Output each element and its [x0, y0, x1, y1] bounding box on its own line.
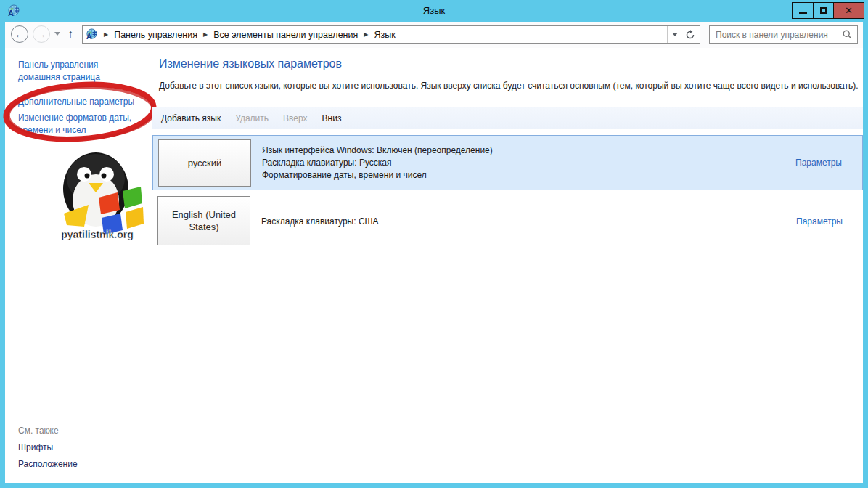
address-dropdown-chevron-icon[interactable]: [672, 33, 678, 36]
language-breadcrumb-icon: A: [86, 28, 98, 41]
language-tile-english: English (United States): [157, 196, 250, 245]
address-bar[interactable]: A ▶ Панель управления ▶ Все элементы пан…: [82, 25, 700, 44]
breadcrumb-all-items[interactable]: Все элементы панели управления: [213, 30, 358, 40]
navigation-bar: ← → ↑ A ▶ Панель управления ▶ Все элемен…: [5, 22, 863, 48]
language-details: Раскладка клавиатуры: США: [261, 195, 379, 248]
svg-text:A: A: [86, 33, 92, 41]
search-icon[interactable]: [843, 30, 852, 39]
minimize-button[interactable]: [792, 2, 814, 19]
window-controls: ✕: [793, 2, 864, 19]
title-bar: A Язык ✕: [0, 0, 868, 22]
penguin-windows-logo: pyatilistnik.org: [55, 147, 144, 254]
move-down-button[interactable]: Вниз: [322, 113, 342, 123]
minimize-icon: [799, 12, 807, 14]
options-link-russian[interactable]: Параметры: [795, 158, 842, 168]
see-also-header: См. также: [18, 426, 59, 436]
move-up-button: Вверх: [283, 113, 307, 123]
sidebar-item-location[interactable]: Расположение: [18, 459, 78, 469]
detail-line: Раскладка клавиатуры: США: [261, 216, 379, 227]
content-area: Панель управления — домашняя страница До…: [5, 48, 863, 483]
add-language-button[interactable]: Добавить язык: [161, 113, 221, 123]
up-button[interactable]: ↑: [67, 26, 73, 42]
detail-line: Раскладка клавиатуры: Русская: [262, 158, 493, 168]
forward-button[interactable]: →: [33, 25, 50, 43]
recent-pages-chevron-icon[interactable]: [54, 32, 60, 36]
detail-line: Форматирование даты, времени и чисел: [262, 170, 493, 180]
language-toolbar: Добавить язык Удалить Вверх Вниз: [152, 107, 863, 129]
breadcrumb-arrow-icon: ▶: [203, 31, 208, 38]
logo-caption: pyatilistnik.org: [61, 229, 134, 240]
refresh-icon[interactable]: [685, 30, 695, 40]
breadcrumb-arrow-icon: ▶: [364, 31, 368, 38]
search-input[interactable]: [710, 30, 843, 40]
page-description: Добавьте в этот список языки, которые вы…: [159, 81, 859, 91]
maximize-button[interactable]: [813, 2, 834, 19]
breadcrumb-control-panel[interactable]: Панель управления: [114, 30, 197, 40]
language-row-russian[interactable]: русский Язык интерфейса Windows: Включен…: [152, 135, 863, 190]
options-link-english[interactable]: Параметры: [796, 216, 843, 227]
remove-language-button: Удалить: [235, 113, 269, 123]
breadcrumb: ▶ Панель управления ▶ Все элементы панел…: [98, 30, 396, 40]
sidebar-item-change-date-time-formats[interactable]: Изменение форматов даты, времени и чисел: [18, 112, 143, 137]
window-title: Язык: [0, 5, 868, 16]
sidebar-item-advanced-settings[interactable]: Дополнительные параметры: [18, 96, 152, 108]
maximize-icon: [820, 7, 827, 14]
language-control-panel-window: A Язык ✕ ← → ↑ A: [0, 0, 868, 488]
breadcrumb-arrow-icon: ▶: [104, 31, 108, 38]
sidebar-item-control-panel-home[interactable]: Панель управления — домашняя страница: [18, 59, 134, 84]
address-bar-controls: [667, 26, 700, 43]
language-row-english[interactable]: English (United States) Раскладка клавиа…: [152, 195, 863, 248]
back-button[interactable]: ←: [11, 25, 28, 43]
sidebar-item-fonts[interactable]: Шрифты: [18, 442, 53, 452]
language-details: Язык интерфейса Windows: Включен (переоп…: [262, 136, 493, 190]
page-title: Изменение языковых параметров: [159, 57, 342, 70]
close-icon: ✕: [845, 6, 853, 15]
breadcrumb-language[interactable]: Язык: [374, 30, 395, 40]
search-box: [709, 25, 858, 44]
close-button[interactable]: ✕: [833, 2, 864, 19]
detail-line: Язык интерфейса Windows: Включен (переоп…: [262, 145, 493, 155]
language-tile-russian: русский: [158, 139, 251, 187]
